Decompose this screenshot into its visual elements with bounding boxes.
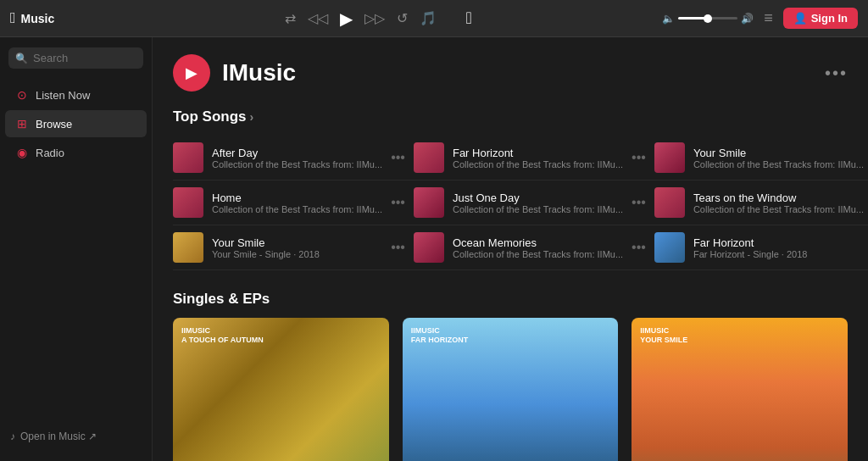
singles-grid: IIMUSICA TOUCH OF AUTUMN ▶ A Touch of Au… — [173, 318, 848, 461]
song-row[interactable]: Ocean Memories Collection of the Best Tr… — [414, 225, 654, 270]
song-name: Far Horizont — [693, 236, 864, 249]
sidebar-item-browse[interactable]: ⊞ Browse — [5, 110, 147, 137]
song-thumbnail — [654, 232, 685, 263]
prev-button[interactable]: ◁◁ — [308, 10, 328, 26]
imusic-more-button[interactable]: ••• — [825, 64, 848, 83]
volume-thumb — [704, 14, 712, 23]
next-button[interactable]: ▷▷ — [364, 10, 385, 26]
album-art: IIMUSICYOUR SMILE ▶ — [632, 318, 848, 461]
volume-low-icon: 🔈 — [662, 13, 675, 25]
top-songs-grid: After Day Collection of the Best Tracks … — [173, 136, 848, 270]
signin-button[interactable]: 👤 Sign In — [783, 8, 858, 29]
song-row[interactable]: Far Horizont Far Horizont - Single · 201… — [654, 225, 868, 270]
repeat-button[interactable]: ↺ — [397, 10, 408, 26]
song-row[interactable]: After Day Collection of the Best Tracks … — [173, 136, 414, 181]
album-card[interactable]: IIMUSICYOUR SMILE ▶ Your Smile - Single … — [632, 318, 848, 461]
song-thumbnail — [173, 142, 203, 173]
volume-high-icon: 🔊 — [741, 13, 754, 25]
sidebar-label-radio: Radio — [36, 147, 64, 159]
song-info: Far Horizont Far Horizont - Single · 201… — [693, 236, 864, 259]
imusic-title: IMusic — [222, 59, 296, 86]
radio-icon: ◉ — [17, 146, 27, 159]
song-row[interactable]: Home Collection of the Best Tracks from:… — [173, 181, 414, 225]
song-thumbnail — [654, 187, 685, 218]
song-name: Tears on the Window — [693, 192, 864, 204]
song-info: Home Collection of the Best Tracks from:… — [212, 192, 382, 214]
song-thumbnail — [173, 232, 203, 263]
song-info: Tears on the Window Collection of the Be… — [693, 192, 864, 214]
song-row[interactable]: Your Smile Collection of the Best Tracks… — [654, 136, 868, 181]
search-box[interactable]: 🔍 — [8, 47, 143, 69]
song-subtitle: Collection of the Best Tracks from: IIMu… — [453, 159, 623, 169]
singles-label: Singles & EPs — [173, 291, 270, 308]
song-info: Ocean Memories Collection of the Best Tr… — [453, 236, 623, 259]
top-songs-section-title[interactable]: Top Songs › — [173, 108, 848, 125]
listen-now-icon: ⊙ — [17, 88, 27, 102]
shuffle-button[interactable]: ⇄ — [285, 10, 296, 26]
song-subtitle: Collection of the Best Tracks from: IIMu… — [693, 204, 864, 214]
menu-icon[interactable]: ≡ — [764, 9, 773, 27]
song-more-button[interactable]: ••• — [391, 195, 405, 210]
album-art-label: IIMUSICYOUR SMILE — [640, 326, 687, 345]
music-note-icon: ♪ — [10, 430, 15, 442]
song-row[interactable]: Tears on the Window Collection of the Be… — [654, 181, 868, 225]
song-row[interactable]: Far Horizont Collection of the Best Trac… — [414, 136, 654, 181]
imusic-header: ▶ IMusic ••• — [173, 54, 848, 92]
song-info: Your Smile Collection of the Best Tracks… — [693, 147, 864, 169]
topbar:  Music ⇄ ◁◁ ▶ ▷▷ ↺ 🎵  🔈 🔊 ≡ 👤 Sign In — [0, 0, 868, 37]
open-in-music-label: Open in Music ↗ — [20, 430, 97, 442]
song-thumbnail — [173, 187, 203, 218]
song-name: Your Smile — [212, 236, 382, 249]
album-art-label: IIMUSICFAR HORIZONT — [411, 326, 469, 345]
song-more-button[interactable]: ••• — [632, 240, 646, 255]
sidebar: 🔍 ⊙ Listen Now ⊞ Browse ◉ Radio ♪ Open i… — [0, 37, 153, 461]
play-button[interactable]: ▶ — [340, 8, 353, 29]
sidebar-item-listen-now[interactable]: ⊙ Listen Now — [5, 81, 147, 108]
app-name: Music — [21, 12, 55, 25]
song-subtitle: Collection of the Best Tracks from: IIMu… — [453, 204, 623, 214]
signin-icon: 👤 — [793, 12, 807, 25]
browse-icon: ⊞ — [17, 117, 27, 131]
song-row[interactable]: Your Smile Your Smile - Single · 2018 ••… — [173, 225, 414, 270]
album-card[interactable]: IIMUSICFAR HORIZONT ▶ Far Horizont - Sin… — [403, 318, 619, 461]
signin-label: Sign In — [811, 12, 848, 25]
app-logo:  Music — [10, 9, 112, 27]
album-art: IIMUSICA TOUCH OF AUTUMN ▶ — [173, 318, 389, 461]
main-layout: 🔍 ⊙ Listen Now ⊞ Browse ◉ Radio ♪ Open i… — [0, 37, 868, 461]
album-art: IIMUSICFAR HORIZONT ▶ — [403, 318, 619, 461]
playback-controls: ⇄ ◁◁ ▶ ▷▷ ↺ 🎵  — [112, 8, 662, 29]
song-info: Just One Day Collection of the Best Trac… — [453, 192, 623, 214]
song-subtitle: Your Smile - Single · 2018 — [212, 249, 382, 259]
top-songs-label: Top Songs — [173, 108, 247, 125]
song-thumbnail — [414, 187, 444, 218]
song-thumbnail — [414, 232, 444, 263]
sidebar-label-browse: Browse — [36, 118, 72, 131]
song-info: After Day Collection of the Best Tracks … — [212, 147, 382, 169]
song-name: After Day — [212, 147, 382, 159]
imusic-play-button[interactable]: ▶ — [173, 54, 210, 92]
open-in-music[interactable]: ♪ Open in Music ↗ — [0, 422, 152, 451]
song-more-button[interactable]: ••• — [391, 150, 405, 165]
search-input[interactable] — [33, 52, 136, 64]
song-row[interactable]: Just One Day Collection of the Best Trac… — [414, 181, 654, 225]
song-subtitle: Collection of the Best Tracks from: IIMu… — [212, 159, 382, 169]
song-name: Ocean Memories — [453, 236, 623, 249]
song-thumbnail — [654, 142, 685, 173]
content-area: ▶ IMusic ••• Top Songs › After Day Colle… — [153, 37, 868, 461]
song-name: Home — [212, 192, 382, 204]
song-info: Your Smile Your Smile - Single · 2018 — [212, 236, 382, 259]
album-card[interactable]: IIMUSICA TOUCH OF AUTUMN ▶ A Touch of Au… — [173, 318, 389, 461]
imusic-title-area: ▶ IMusic — [173, 54, 296, 92]
song-subtitle: Collection of the Best Tracks from: IIMu… — [693, 159, 864, 169]
song-more-button[interactable]: ••• — [632, 195, 646, 210]
volume-slider[interactable] — [678, 17, 737, 19]
top-songs-chevron: › — [250, 110, 254, 124]
music-note-icon: 🎵 — [420, 10, 437, 26]
song-subtitle: Far Horizont - Single · 2018 — [693, 249, 864, 259]
song-more-button[interactable]: ••• — [632, 150, 646, 165]
song-more-button[interactable]: ••• — [391, 240, 405, 255]
song-name: Just One Day — [453, 192, 623, 204]
apple-icon:  — [10, 9, 16, 27]
volume-control[interactable]: 🔈 🔊 — [662, 13, 754, 25]
sidebar-item-radio[interactable]: ◉ Radio — [5, 139, 147, 166]
